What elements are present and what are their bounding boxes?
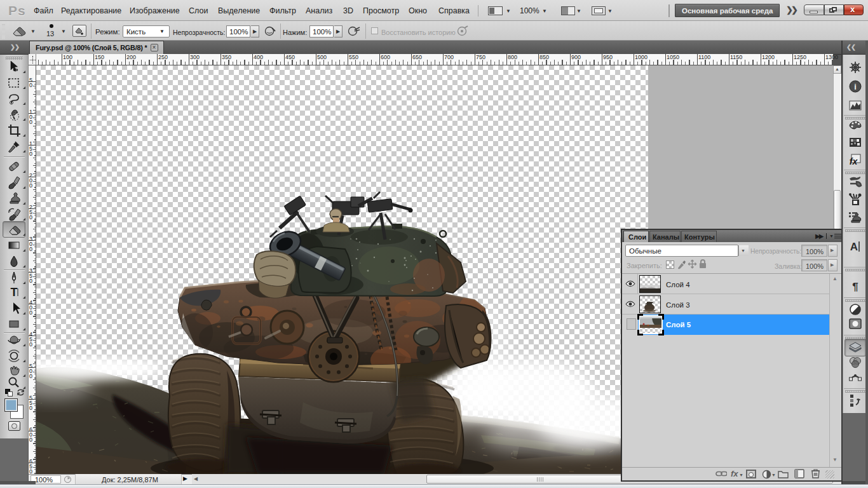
svg-text:¶: ¶ <box>852 281 858 293</box>
svg-text:T: T <box>11 286 18 299</box>
svg-text:i: i <box>854 82 857 92</box>
svg-text:fx: fx <box>850 156 858 166</box>
svg-text:A: A <box>850 241 858 253</box>
